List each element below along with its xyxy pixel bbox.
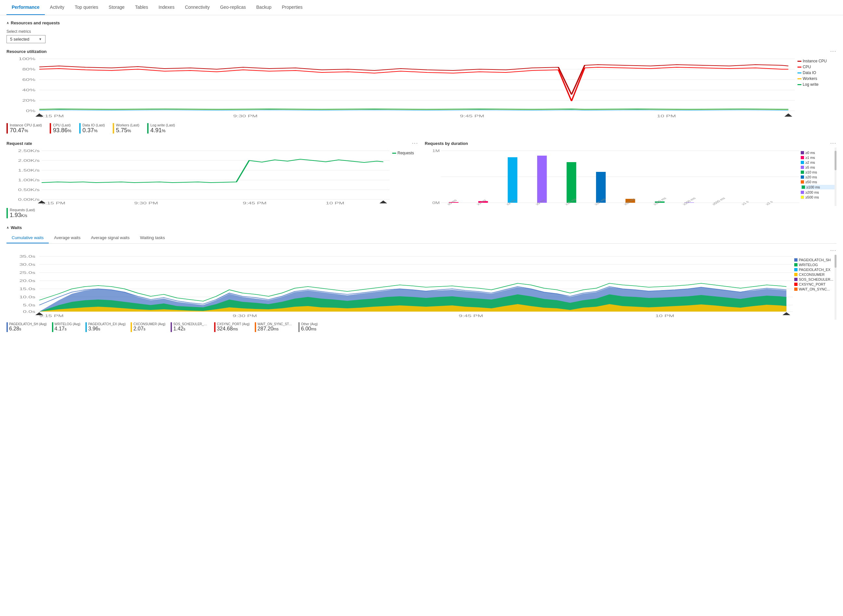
waits-chart-more-btn[interactable]: ···: [830, 248, 837, 254]
legend-500ms: ≥500 ms: [805, 195, 819, 199]
stat-cxsync-port: CXSYNC_PORT (Avg) 324.68ms: [214, 322, 250, 332]
svg-text:≥200 ms: ≥200 ms: [681, 197, 696, 206]
svg-text:1.50K/s: 1.50K/s: [18, 169, 40, 172]
resource-chart-wrapper: 100% 80% 60% 40% 20% 0% 9:15 PM 9:30 PM …: [6, 56, 837, 120]
stat-sos-scheduler: SOS_SCHEDULER_YIELD (... 1.42s: [170, 322, 209, 332]
svg-text:≥1 s: ≥1 s: [741, 200, 750, 206]
metrics-dropdown[interactable]: 5 selected ▼: [6, 35, 46, 43]
tab-properties[interactable]: Properties: [276, 0, 308, 15]
stat-writelog: WRITELOG (Avg) 4.17s: [52, 322, 81, 332]
tab-top-queries[interactable]: Top queries: [69, 0, 103, 15]
requests-by-duration-section: Requests by duration ··· 1M 0M: [425, 140, 837, 219]
requests-by-duration-title: Requests by duration: [425, 141, 468, 146]
stat-pageiolatch-sh: PAGEIOLATCH_SH (Avg) 6.28s: [6, 322, 47, 332]
legend-pageiolatch-ex: PAGEIOLATCH_EX: [799, 268, 830, 271]
resource-chart-legend: Instance CPU CPU Data IO Workers Log wri…: [797, 56, 837, 120]
svg-text:≥2 s: ≥2 s: [765, 200, 774, 206]
legend-log-write: Log write: [803, 82, 819, 87]
tab-connectivity[interactable]: Connectivity: [180, 0, 215, 15]
legend-10ms: ≥10 ms: [805, 170, 817, 174]
legend-20ms: ≥20 ms: [805, 175, 817, 179]
request-rate-chart: 2.50K/s 2.00K/s 1.50K/s 1.00K/s 0.50K/s …: [6, 148, 390, 206]
tab-backup[interactable]: Backup: [251, 0, 277, 15]
svg-text:9:30 PM: 9:30 PM: [134, 201, 158, 205]
stat-wait-on-sync: WAIT_ON_SYNC_STATISTI... 287.20ms: [255, 322, 293, 332]
svg-text:80%: 80%: [22, 67, 35, 71]
waits-tabs: Cumulative waits Average waits Average s…: [6, 233, 837, 243]
stat-log-write: Log write (Last) 4.91%: [147, 123, 175, 134]
svg-rect-45: [567, 162, 576, 203]
stat-workers: Workers (Last) 5.75%: [113, 123, 140, 134]
svg-text:9:45 PM: 9:45 PM: [243, 201, 266, 205]
svg-text:0%: 0%: [26, 109, 35, 113]
stat-cpu: CPU (Last) 93.86%: [50, 123, 72, 134]
tab-performance[interactable]: Performance: [6, 0, 45, 15]
legend-5ms: ≥5 ms: [805, 165, 815, 169]
waits-tab-waiting-tasks[interactable]: Waiting tasks: [135, 233, 170, 243]
legend-workers: Workers: [803, 76, 817, 81]
waits-tab-average[interactable]: Average waits: [49, 233, 85, 243]
svg-text:10 PM: 10 PM: [326, 201, 345, 205]
svg-rect-46: [596, 172, 606, 203]
legend-pageiolatch-sh: PAGEIOLATCH_SH: [799, 258, 831, 262]
cumulative-waits-chart: 35.0s 30.0s 25.0s 20.0s 15.0s 10.0s 5.0s…: [6, 255, 793, 320]
svg-marker-35: [380, 201, 388, 203]
stat-instance-cpu: Instance CPU (Last) 70.47%: [6, 123, 42, 134]
legend-sos-scheduler: SOS_SCHEDULER...: [799, 277, 833, 282]
svg-text:40%: 40%: [22, 88, 35, 92]
svg-text:20%: 20%: [22, 99, 35, 102]
legend-cpu: CPU: [803, 65, 811, 69]
waits-section-header[interactable]: ∧ Waits: [6, 225, 837, 230]
nav-tabs: Performance Activity Top queries Storage…: [0, 0, 843, 15]
svg-text:0.00K/s: 0.00K/s: [18, 198, 40, 201]
legend-0ms: ≥0 ms: [805, 151, 815, 155]
svg-text:≥500 ms: ≥500 ms: [711, 197, 726, 206]
svg-text:2.50K/s: 2.50K/s: [18, 149, 40, 153]
legend-wait-on-sync: WAIT_ON_SYNC...: [799, 287, 830, 291]
svg-text:9:15 PM: 9:15 PM: [39, 114, 64, 118]
chevron-down-icon: ▼: [39, 37, 42, 41]
waits-section-title: Waits: [11, 225, 22, 230]
tab-indexes[interactable]: Indexes: [153, 0, 180, 15]
svg-text:9:45 PM: 9:45 PM: [459, 314, 483, 318]
tab-geo-replicas[interactable]: Geo-replicas: [215, 0, 251, 15]
resource-chart-title: Resource utilization: [6, 49, 47, 54]
svg-text:20.0s: 20.0s: [19, 279, 35, 283]
stat-cxconsumer: CXCONSUMER (Avg) 2.07s: [131, 322, 165, 332]
waits-section: ∧ Waits Cumulative waits Average waits A…: [6, 225, 837, 332]
request-rate-more-btn[interactable]: ···: [412, 140, 418, 146]
metrics-dropdown-value: 5 selected: [10, 37, 29, 42]
chevron-down-icon: ∧: [6, 21, 9, 25]
svg-text:30.0s: 30.0s: [19, 263, 35, 266]
tab-storage[interactable]: Storage: [103, 0, 130, 15]
resource-utilization-section: Resource utilization ··· 100% 80%: [6, 48, 837, 134]
stat-data-io: Data IO (Last) 0.37%: [79, 123, 105, 134]
tab-activity[interactable]: Activity: [45, 0, 69, 15]
request-rate-section: Request rate ··· 2.50K/s: [6, 140, 418, 219]
svg-text:≥100 ms: ≥100 ms: [652, 197, 667, 206]
tab-tables[interactable]: Tables: [130, 0, 153, 15]
main-content: ∧ Resources and requests Select metrics …: [0, 15, 843, 337]
resource-chart-more-btn[interactable]: ···: [830, 48, 837, 54]
legend-100ms: ≥100 ms: [806, 185, 820, 189]
legend-50ms: ≥50 ms: [805, 180, 817, 184]
svg-text:1M: 1M: [432, 149, 440, 153]
requests-by-duration-more-btn[interactable]: ···: [830, 140, 837, 146]
svg-text:0.50K/s: 0.50K/s: [18, 188, 40, 192]
svg-text:9:30 PM: 9:30 PM: [233, 114, 257, 118]
waits-tab-signal[interactable]: Average signal waits: [86, 233, 135, 243]
legend-data-io: Data IO: [803, 70, 816, 75]
waits-chart-legend: PAGEIOLATCH_SH WRITELOG PAGEIOLATCH_EX C…: [794, 255, 837, 320]
requests-by-duration-chart: 1M 0M: [425, 148, 799, 206]
stat-pageiolatch-ex: PAGEIOLATCH_EX (Avg) 3.96s: [85, 322, 125, 332]
svg-text:10 PM: 10 PM: [655, 314, 674, 318]
svg-marker-83: [783, 312, 790, 315]
svg-text:9:15 PM: 9:15 PM: [39, 314, 64, 318]
svg-text:9:45 PM: 9:45 PM: [460, 114, 484, 118]
svg-text:5.0s: 5.0s: [23, 304, 35, 307]
svg-text:25.0s: 25.0s: [19, 271, 35, 274]
resources-section-header[interactable]: ∧ Resources and requests: [6, 21, 837, 25]
svg-marker-82: [35, 312, 43, 315]
request-rate-legend: Requests: [392, 148, 418, 206]
waits-tab-cumulative[interactable]: Cumulative waits: [6, 233, 49, 243]
